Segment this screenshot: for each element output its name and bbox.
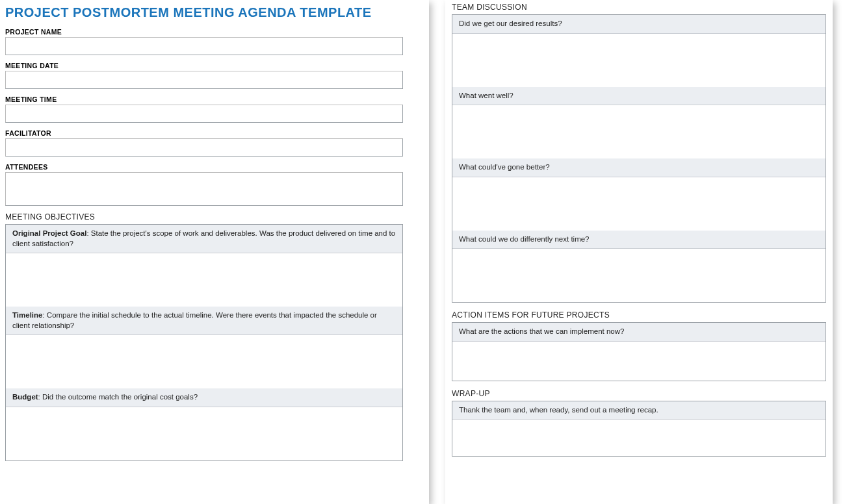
label-meeting-date: MEETING DATE bbox=[5, 62, 403, 69]
label-project-name: PROJECT NAME bbox=[5, 28, 403, 36]
objective-response[interactable] bbox=[6, 253, 402, 307]
objective-item: Original Project Goal: State the project… bbox=[5, 224, 403, 307]
label-facilitator: FACILITATOR bbox=[5, 129, 403, 137]
objective-response[interactable] bbox=[6, 407, 402, 460]
discussion-prompt: What went well? bbox=[452, 87, 826, 106]
document-title: PROJECT POSTMORTEM MEETING AGENDA TEMPLA… bbox=[5, 5, 403, 20]
heading-action-items: ACTION ITEMS FOR FUTURE PROJECTS bbox=[452, 310, 826, 320]
objective-prompt: Budget: Did the outcome match the origin… bbox=[6, 388, 402, 407]
wrap-up-list: Thank the team and, when ready, send out… bbox=[452, 401, 826, 457]
objective-text: : Compare the initial schedule to the ac… bbox=[12, 311, 377, 329]
team-discussion-list: Did we get our desired results? What wen… bbox=[452, 14, 826, 303]
label-meeting-time: MEETING TIME bbox=[5, 95, 403, 103]
objective-text: : Did the outcome match the original cos… bbox=[38, 393, 198, 401]
heading-meeting-objectives: MEETING OBJECTIVES bbox=[5, 212, 403, 221]
discussion-prompt: Did we get our desired results? bbox=[452, 15, 826, 34]
page-left: PROJECT POSTMORTEM MEETING AGENDA TEMPLA… bbox=[0, 0, 429, 504]
page-right: TEAM DISCUSSION Did we get our desired r… bbox=[445, 0, 833, 504]
discussion-response[interactable] bbox=[452, 177, 826, 231]
discussion-item: What could we do differently next time? bbox=[452, 231, 826, 303]
heading-team-discussion: TEAM DISCUSSION bbox=[452, 3, 826, 12]
wrapup-response[interactable] bbox=[452, 420, 826, 456]
input-meeting-date[interactable] bbox=[5, 71, 403, 89]
objective-bold: Original Project Goal bbox=[12, 229, 86, 237]
objective-prompt: Timeline: Compare the initial schedule t… bbox=[6, 307, 402, 335]
input-meeting-time[interactable] bbox=[5, 105, 403, 123]
discussion-item: What could've gone better? bbox=[452, 158, 826, 231]
objective-prompt: Original Project Goal: State the project… bbox=[6, 225, 402, 253]
wrapup-item: Thank the team and, when ready, send out… bbox=[452, 401, 826, 457]
action-items-list: What are the actions that we can impleme… bbox=[452, 322, 826, 381]
input-attendees[interactable] bbox=[5, 172, 403, 206]
objective-bold: Budget bbox=[12, 393, 38, 401]
meeting-objectives-list: Original Project Goal: State the project… bbox=[5, 224, 403, 461]
input-project-name[interactable] bbox=[5, 37, 403, 55]
action-prompt: What are the actions that we can impleme… bbox=[452, 323, 826, 342]
objective-bold: Timeline bbox=[12, 311, 42, 319]
discussion-item: What went well? bbox=[452, 87, 826, 159]
heading-wrap-up: WRAP-UP bbox=[452, 389, 826, 398]
input-facilitator[interactable] bbox=[5, 138, 403, 157]
objective-response[interactable] bbox=[6, 335, 402, 388]
wrapup-prompt: Thank the team and, when ready, send out… bbox=[452, 401, 826, 420]
action-response[interactable] bbox=[452, 342, 826, 381]
objective-item: Timeline: Compare the initial schedule t… bbox=[5, 307, 403, 388]
discussion-prompt: What could we do differently next time? bbox=[452, 231, 826, 249]
label-attendees: ATTENDEES bbox=[5, 163, 403, 171]
action-item: What are the actions that we can impleme… bbox=[452, 322, 826, 381]
discussion-response[interactable] bbox=[452, 34, 826, 87]
discussion-prompt: What could've gone better? bbox=[452, 158, 826, 177]
discussion-response[interactable] bbox=[452, 105, 826, 158]
discussion-item: Did we get our desired results? bbox=[452, 14, 826, 87]
discussion-response[interactable] bbox=[452, 249, 826, 302]
objective-item: Budget: Did the outcome match the origin… bbox=[5, 388, 403, 461]
